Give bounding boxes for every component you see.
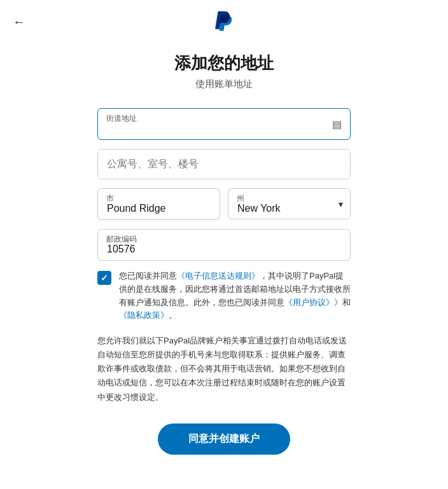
page-subtitle: 使用账单地址 xyxy=(195,78,253,90)
consent-checkbox[interactable]: ✓ xyxy=(97,271,111,285)
checkmark-icon: ✓ xyxy=(101,273,108,283)
autodialer-paragraph: 您允许我们就以下PayPal品牌账户相关事宜通过拨打自动电话或发送自动短信至您所… xyxy=(87,334,361,404)
apt-group xyxy=(97,149,351,179)
submit-button[interactable]: 同意并创建账户 xyxy=(158,424,290,455)
user-agreement-link[interactable]: 《用户协议》》 xyxy=(284,298,342,307)
back-button[interactable]: ← xyxy=(13,15,25,29)
page-title: 添加您的地址 xyxy=(174,52,274,74)
edelivery-link[interactable]: 《电子信息送达规则》 xyxy=(177,271,260,280)
street-address-group: 街道地址 ▤ xyxy=(97,108,351,140)
barcode-icon: ▤ xyxy=(332,118,342,130)
state-group: 州 New York California Texas Florida Illi… xyxy=(228,188,351,220)
privacy-policy-link[interactable]: 《隐私政策》 xyxy=(119,310,169,320)
city-group: 市 xyxy=(97,188,220,220)
zip-group: 邮政编码 xyxy=(97,229,351,261)
street-address-input[interactable] xyxy=(97,108,351,140)
consent-row: ✓ 您已阅读并同意《电子信息送达规则》，其中说明了PayPal提供的是在线服务，… xyxy=(97,270,351,322)
form-container: 街道地址 ▤ 市 州 New York California Texas Flo… xyxy=(87,108,361,334)
state-select[interactable]: New York California Texas Florida Illino… xyxy=(228,188,351,219)
apt-input[interactable] xyxy=(97,149,351,179)
header: ← xyxy=(0,0,448,39)
paypal-logo xyxy=(213,10,235,33)
zip-input[interactable] xyxy=(97,229,351,261)
city-state-row: 市 州 New York California Texas Florida Il… xyxy=(97,188,351,220)
consent-text: 您已阅读并同意《电子信息送达规则》，其中说明了PayPal提供的是在线服务，因此… xyxy=(119,270,351,322)
city-input[interactable] xyxy=(97,188,220,220)
